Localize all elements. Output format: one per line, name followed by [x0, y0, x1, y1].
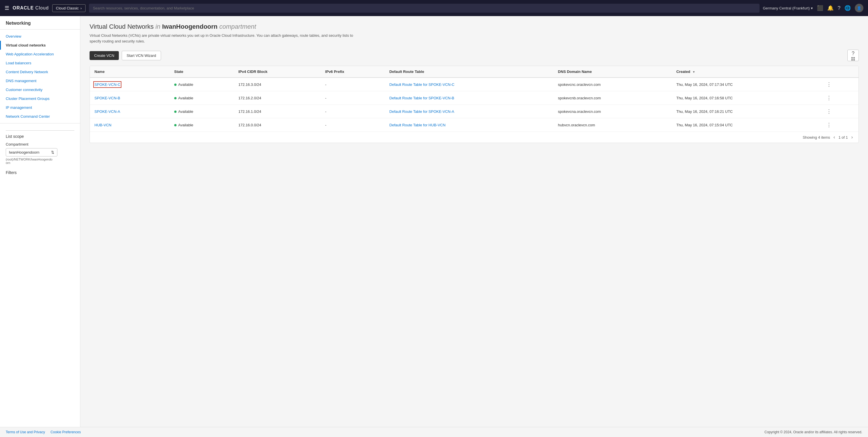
vcn-route-table-cell: Default Route Table for SPOKE-VCN-B [385, 91, 553, 105]
console-icon[interactable]: ⬛ [817, 5, 823, 11]
vcn-name-link[interactable]: SPOKE-VCN-B [94, 96, 120, 100]
avatar[interactable]: 👤 [855, 4, 863, 12]
main-content: Virtual Cloud Networks in IwanHoogendoor… [81, 16, 868, 427]
list-scope-title: List scope [6, 134, 74, 139]
vcn-ipv4-cell: 172.16.3.0/24 [234, 77, 320, 91]
sidebar-item-load-balancers[interactable]: Load balancers [0, 59, 80, 67]
cloud-classic-button[interactable]: Cloud Classic › [52, 4, 86, 12]
globe-icon[interactable]: 🌐 [844, 5, 851, 11]
notification-icon[interactable]: 🔔 [827, 5, 834, 11]
vcn-actions-cell: ⋮ [820, 118, 859, 132]
col-ipv4: IPv4 CIDR Block [234, 66, 320, 77]
sidebar-item-dns-management[interactable]: DNS management [0, 76, 80, 85]
vcn-state-cell: Available [169, 105, 234, 118]
vcn-table-container: Name State IPv4 CIDR Block IPv6 Prefix D… [90, 66, 859, 143]
sidebar-item-cluster-placement-groups[interactable]: Cluster Placement Groups [0, 94, 80, 103]
table-row: SPOKE-VCN-A Available 172.16.1.0/24 - De… [90, 105, 859, 118]
compartment-label: Compartment [6, 142, 74, 147]
vcn-created-cell: Thu, May 16, 2024, 07:16:21 UTC [672, 105, 820, 118]
vcn-route-table-cell: Default Route Table for SPOKE-VCN-A [385, 105, 553, 118]
table-row: SPOKE-VCN-B Available 172.16.2.0/24 - De… [90, 91, 859, 105]
vcn-created-cell: Thu, May 16, 2024, 07:17:34 UTC [672, 77, 820, 91]
vcn-name-cell: SPOKE-VCN-B [90, 91, 169, 105]
col-ipv6: IPv6 Prefix [321, 66, 385, 77]
filters-label: Filters [6, 170, 74, 175]
create-vcn-button[interactable]: Create VCN [90, 51, 119, 60]
sidebar-item-web-application-acceleration[interactable]: Web Application Acceleration [0, 50, 80, 59]
route-table-link[interactable]: Default Route Table for SPOKE-VCN-B [390, 96, 454, 100]
footer-right: Copyright © 2024, Oracle and/or its affi… [764, 430, 862, 434]
region-selector[interactable]: Germany Central (Frankfurt) ▾ [763, 6, 813, 10]
sidebar-item-overview[interactable]: Overview [0, 32, 80, 41]
table-row: SPOKE-VCN-C Available 172.16.3.0/24 - De… [90, 77, 859, 91]
vcn-name-link[interactable]: SPOKE-VCN-C [94, 83, 120, 87]
vcn-state-cell: Available [169, 91, 234, 105]
col-created[interactable]: Created ▼ [672, 66, 820, 77]
sidebar-item-network-command-center[interactable]: Network Command Center [0, 112, 80, 121]
page-title: Virtual Cloud Networks in IwanHoogendoor… [90, 23, 859, 30]
sidebar-item-ip-management[interactable]: IP management [0, 103, 80, 112]
next-page-button[interactable]: › [850, 135, 854, 140]
vcn-route-table-cell: Default Route Table for HUB-VCN [385, 118, 553, 132]
vcn-name-cell: SPOKE-VCN-C [90, 77, 169, 91]
toolbar: Create VCN Start VCN Wizard ? [90, 50, 859, 61]
table-header-row: Name State IPv4 CIDR Block IPv6 Prefix D… [90, 66, 859, 77]
vcn-actions-button[interactable]: ⋮ [825, 95, 833, 101]
prev-page-button[interactable]: ‹ [832, 135, 836, 140]
terms-link[interactable]: Terms of Use and Privacy [6, 430, 45, 434]
col-state: State [169, 66, 234, 77]
vcn-actions-cell: ⋮ [820, 77, 859, 91]
vcn-actions-button[interactable]: ⋮ [825, 108, 833, 115]
help-grid-icon[interactable]: ? [847, 50, 859, 61]
vcn-dns-cell: spokevcna.oraclevcn.com [553, 105, 672, 118]
vcn-state-cell: Available [169, 118, 234, 132]
vcn-dns-cell: spokevcnb.oraclevcn.com [553, 91, 672, 105]
vcn-actions-cell: ⋮ [820, 91, 859, 105]
sidebar-title: Networking [0, 21, 80, 30]
route-table-link[interactable]: Default Route Table for SPOKE-VCN-C [390, 83, 455, 87]
vcn-name-cell: HUB-VCN [90, 118, 169, 132]
vcn-ipv6-cell: - [321, 91, 385, 105]
vcn-route-table-cell: Default Route Table for SPOKE-VCN-C [385, 77, 553, 91]
vcn-name-link[interactable]: SPOKE-VCN-A [94, 110, 120, 114]
vcn-table: Name State IPv4 CIDR Block IPv6 Prefix D… [90, 66, 859, 131]
menu-icon[interactable]: ☰ [5, 5, 9, 11]
vcn-dns-cell: hubvcn.oraclevcn.com [553, 118, 672, 132]
oracle-logo: ORACLE Cloud [12, 5, 49, 11]
status-dot [174, 124, 177, 126]
header: ☰ ORACLE Cloud Cloud Classic › Germany C… [0, 0, 868, 16]
status-dot [174, 97, 177, 99]
compartment-selector[interactable]: IwanHoogendoorn ⇅ [6, 148, 57, 156]
sidebar-item-customer-connectivity[interactable]: Customer connectivity [0, 85, 80, 94]
vcn-name-cell: SPOKE-VCN-A [90, 105, 169, 118]
question-icon: ? [851, 51, 855, 57]
sidebar-item-virtual-cloud-networks[interactable]: Virtual cloud networks [0, 41, 80, 50]
compartment-path: (root)/NETWORK/IwanHoogendoorn [6, 158, 74, 164]
vcn-ipv4-cell: 172.16.0.0/24 [234, 118, 320, 132]
footer: Terms of Use and Privacy Cookie Preferen… [0, 427, 868, 437]
status-dot [174, 84, 177, 86]
vcn-dns-cell: spokevcnc.oraclevcn.com [553, 77, 672, 91]
vcn-actions-button[interactable]: ⋮ [825, 122, 833, 128]
col-route-table: Default Route Table [385, 66, 553, 77]
pagination-info: 1 of 1 [838, 135, 848, 139]
showing-items: Showing 4 items [803, 135, 830, 139]
col-actions [820, 66, 859, 77]
vcn-ipv4-cell: 172.16.1.0/24 [234, 105, 320, 118]
page-description: Virtual Cloud Networks (VCNs) are privat… [90, 33, 365, 44]
cookie-link[interactable]: Cookie Preferences [51, 430, 81, 434]
vcn-name-link[interactable]: HUB-VCN [94, 123, 112, 127]
status-dot [174, 111, 177, 113]
sidebar-item-content-delivery-network[interactable]: Content Delivery Network [0, 67, 80, 76]
route-table-link[interactable]: Default Route Table for SPOKE-VCN-A [390, 110, 454, 114]
route-table-link[interactable]: Default Route Table for HUB-VCN [390, 123, 446, 127]
col-name: Name [90, 66, 169, 77]
search-input[interactable] [89, 4, 760, 12]
help-icon[interactable]: ? [838, 5, 840, 11]
start-vcn-wizard-button[interactable]: Start VCN Wizard [122, 51, 161, 60]
vcn-ipv6-cell: - [321, 118, 385, 132]
table-footer: Showing 4 items ‹ 1 of 1 › [90, 131, 859, 143]
vcn-created-cell: Thu, May 16, 2024, 07:15:04 UTC [672, 118, 820, 132]
vcn-actions-button[interactable]: ⋮ [825, 81, 833, 88]
grid-dots [851, 57, 855, 61]
